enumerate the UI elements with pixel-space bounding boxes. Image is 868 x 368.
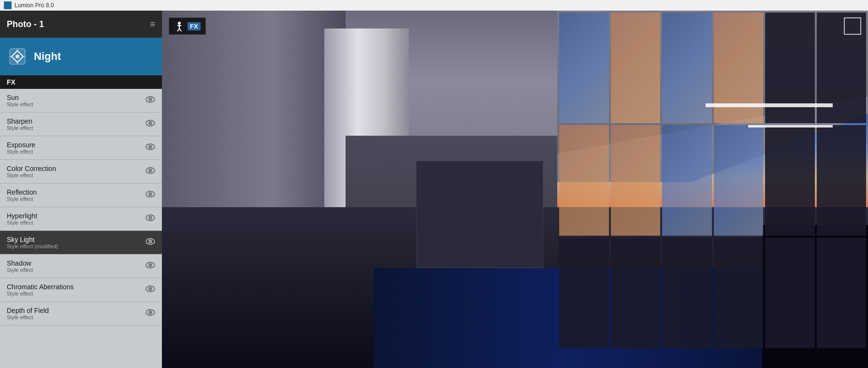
photo-title: Photo - 1 bbox=[7, 19, 44, 29]
highlight-strip-1 bbox=[706, 103, 833, 107]
night-label: Night bbox=[34, 50, 61, 63]
window-cell bbox=[611, 13, 660, 123]
window-cell bbox=[714, 238, 763, 348]
effects-list: SunStyle effect SharpenStyle effect Expo… bbox=[0, 89, 162, 368]
viewport: FX bbox=[162, 11, 868, 368]
effect-name-shadow: Shadow bbox=[7, 259, 33, 267]
svg-point-18 bbox=[150, 170, 151, 171]
effect-name-sun: Sun bbox=[7, 94, 33, 101]
svg-point-15 bbox=[150, 146, 151, 147]
svg-point-21 bbox=[150, 194, 151, 195]
menu-icon[interactable]: ≡ bbox=[150, 19, 155, 29]
svg-point-27 bbox=[150, 241, 151, 242]
sidebar: Photo - 1 ≡ Night FX bbox=[0, 11, 162, 368]
fx-label-text: FX bbox=[7, 78, 15, 86]
night-banner[interactable]: Night bbox=[0, 38, 162, 75]
svg-point-36 bbox=[150, 312, 151, 313]
svg-point-12 bbox=[150, 123, 151, 124]
photo-header: Photo - 1 ≡ bbox=[0, 11, 162, 38]
effect-sub-chromatic-aberrations: Style effect bbox=[7, 291, 74, 297]
window-cell bbox=[559, 238, 608, 348]
effect-name-hyperlight: Hyperlight bbox=[7, 212, 37, 220]
effect-item-color-correction[interactable]: Color CorrectionStyle effect bbox=[0, 160, 162, 184]
fx-label-overlay: FX bbox=[188, 22, 201, 30]
window-cell bbox=[765, 125, 814, 236]
eye-icon-chromatic-aberrations[interactable] bbox=[145, 285, 155, 294]
svg-point-2 bbox=[15, 55, 19, 58]
effect-name-chromatic-aberrations: Chromatic Aberrations bbox=[7, 283, 74, 291]
night-icon bbox=[8, 47, 27, 66]
titlebar: Lumion Pro 8.0 bbox=[0, 0, 868, 11]
window-cell bbox=[714, 125, 763, 236]
effect-item-chromatic-aberrations[interactable]: Chromatic AberrationsStyle effect bbox=[0, 278, 162, 302]
svg-point-9 bbox=[150, 99, 151, 100]
svg-point-24 bbox=[150, 217, 151, 218]
effect-sub-depth-of-field: Style effect bbox=[7, 314, 49, 320]
main-layout: Photo - 1 ≡ Night FX bbox=[0, 11, 868, 368]
effect-sub-reflection: Style effect bbox=[7, 196, 37, 202]
svg-line-41 bbox=[179, 28, 181, 31]
app-title: Lumion Pro 8.0 bbox=[14, 2, 54, 9]
svg-point-33 bbox=[150, 288, 151, 289]
effect-item-sky-light[interactable]: Sky LightStyle effect (modified) bbox=[0, 231, 162, 255]
effect-sub-color-correction: Style effect bbox=[7, 172, 56, 178]
window-cell bbox=[817, 238, 866, 348]
window-cell bbox=[611, 125, 660, 236]
fx-overlay-button[interactable]: FX bbox=[169, 17, 206, 35]
eye-icon-shadow[interactable] bbox=[145, 262, 155, 270]
effect-sub-sun: Style effect bbox=[7, 101, 33, 107]
window-cell bbox=[817, 125, 866, 236]
app-logo bbox=[4, 1, 12, 9]
window-cell bbox=[611, 238, 660, 348]
back-wall-doors bbox=[416, 161, 543, 268]
effect-name-color-correction: Color Correction bbox=[7, 165, 56, 172]
highlight-strip-2 bbox=[748, 125, 833, 127]
effect-sub-hyperlight: Style effect bbox=[7, 220, 37, 226]
fx-person-icon bbox=[174, 21, 185, 31]
effect-name-reflection: Reflection bbox=[7, 188, 37, 196]
effect-sub-sharpen: Style effect bbox=[7, 125, 33, 131]
effect-item-sharpen[interactable]: SharpenStyle effect bbox=[0, 113, 162, 136]
effect-item-shadow[interactable]: ShadowStyle effect bbox=[0, 255, 162, 278]
effect-sub-sky-light: Style effect (modified) bbox=[7, 243, 58, 249]
effect-name-exposure: Exposure bbox=[7, 141, 35, 149]
effect-name-sky-light: Sky Light bbox=[7, 236, 58, 243]
window-cell bbox=[662, 13, 711, 123]
square-button[interactable] bbox=[844, 17, 861, 35]
effect-item-sun[interactable]: SunStyle effect bbox=[0, 89, 162, 113]
eye-icon-reflection[interactable] bbox=[145, 191, 155, 199]
eye-icon-sun[interactable] bbox=[145, 96, 155, 105]
effect-name-sharpen: Sharpen bbox=[7, 117, 33, 125]
eye-icon-color-correction[interactable] bbox=[145, 167, 155, 176]
effect-item-depth-of-field[interactable]: Depth of FieldStyle effect bbox=[0, 302, 162, 326]
window-cell bbox=[765, 238, 814, 348]
eye-icon-hyperlight[interactable] bbox=[145, 214, 155, 223]
effect-item-hyperlight[interactable]: HyperlightStyle effect bbox=[0, 207, 162, 231]
svg-point-37 bbox=[178, 22, 181, 25]
effect-sub-shadow: Style effect bbox=[7, 267, 33, 273]
svg-point-30 bbox=[150, 265, 151, 266]
eye-icon-sharpen[interactable] bbox=[145, 120, 155, 128]
effect-item-exposure[interactable]: ExposureStyle effect bbox=[0, 136, 162, 160]
effect-name-depth-of-field: Depth of Field bbox=[7, 307, 49, 314]
scene-background bbox=[162, 11, 868, 368]
window-cell bbox=[662, 125, 711, 236]
fx-label: FX bbox=[0, 75, 162, 89]
window-grid bbox=[557, 11, 868, 350]
effect-sub-exposure: Style effect bbox=[7, 149, 35, 155]
eye-icon-sky-light[interactable] bbox=[145, 238, 155, 247]
eye-icon-exposure[interactable] bbox=[145, 143, 155, 152]
window-cell bbox=[559, 13, 608, 123]
window-cell bbox=[662, 238, 711, 348]
eye-icon-depth-of-field[interactable] bbox=[145, 309, 155, 318]
effect-item-reflection[interactable]: ReflectionStyle effect bbox=[0, 184, 162, 207]
window-cell bbox=[559, 125, 608, 236]
